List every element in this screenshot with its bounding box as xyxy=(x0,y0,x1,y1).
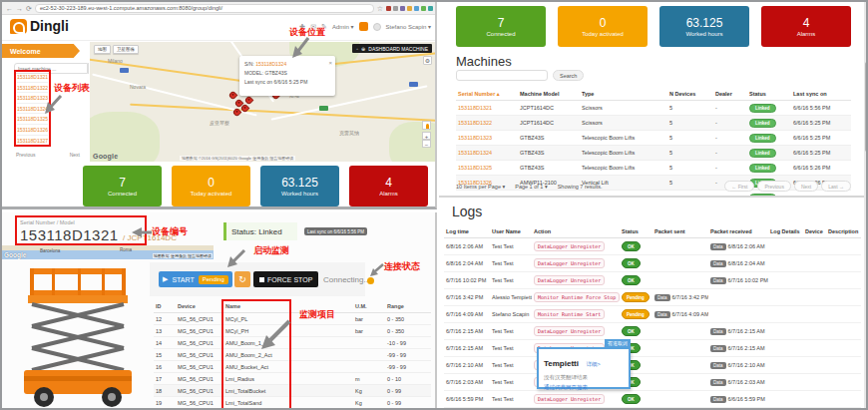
logs-table: Log time User Name Action Status Packet … xyxy=(444,225,861,408)
data-badge[interactable]: Data xyxy=(654,311,670,318)
close-icon[interactable]: × xyxy=(328,58,332,69)
location-map-strip[interactable]: Barcelona Roma Google 地图数据 使用条款 报告地图错误 xyxy=(2,245,214,259)
log-packet-sent-cell xyxy=(652,255,708,272)
zoom-in-button[interactable]: + xyxy=(422,132,431,140)
forward-icon[interactable]: → xyxy=(16,5,23,12)
col-um: U.M. xyxy=(353,300,385,313)
annotation-arrow xyxy=(130,226,154,238)
pegman-icon[interactable] xyxy=(422,121,431,130)
zoom-out-button[interactable]: − xyxy=(422,140,431,148)
stat-value: 4 xyxy=(385,176,392,192)
back-icon[interactable]: ← xyxy=(6,5,13,12)
col-serial-number[interactable]: Serial Number ▴ xyxy=(456,88,518,101)
log-action-badge[interactable]: Monitor Runtime Start xyxy=(534,309,605,319)
data-badge[interactable]: Data xyxy=(710,379,726,386)
map-settings-button[interactable]: ⚙ xyxy=(423,56,432,65)
dingli-logo[interactable]: Dingli xyxy=(10,18,69,34)
page-select[interactable]: Page 1 of 1 ▾ xyxy=(515,184,547,190)
machine-serial-link[interactable]: 153118D1323 xyxy=(456,131,518,146)
map-type-satellite-button[interactable]: 卫星图像 xyxy=(113,45,139,54)
refresh-icon[interactable]: ⟳ xyxy=(26,5,32,12)
machines-map[interactable]: Milano Novara 皮亚琴察 克雷莫纳 洛迪 地图 卫星图像 ◦⊕ DA… xyxy=(90,42,435,162)
log-action-badge[interactable]: Monitor Runtime Force Stop xyxy=(534,292,620,302)
translate-detail-link[interactable]: 详细> xyxy=(586,361,600,367)
col-user-name: User Name xyxy=(490,225,532,238)
popup-sn-value[interactable]: 153118D1324 xyxy=(255,61,286,67)
next-page-button[interactable]: Next xyxy=(794,181,818,192)
col-dealer[interactable]: Dealer xyxy=(713,88,747,101)
device-list-item[interactable]: 153118D1327 xyxy=(17,136,48,147)
panel-machines: 7Connected0Today activated63.125Worked h… xyxy=(439,2,864,198)
log-row: 6/7/16 3:42 PMAlessio TempiettiMonitor R… xyxy=(444,289,861,306)
machine-serial-link[interactable]: 153118D1321 xyxy=(456,101,518,116)
machines-search-input[interactable] xyxy=(456,70,548,81)
log-action-badge[interactable]: DataLogger Unregister xyxy=(534,275,605,285)
extension-icon[interactable] xyxy=(421,6,426,11)
col-last-sync[interactable]: Last sync on xyxy=(791,88,851,101)
start-button[interactable]: ▶ START Pending xyxy=(159,271,232,287)
extension-icon[interactable] xyxy=(407,6,412,11)
machine-status-cell: Linked xyxy=(747,101,791,116)
signal-id-cell: 16 xyxy=(154,361,176,373)
log-action-badge[interactable]: DataLogger Unregister xyxy=(534,326,605,336)
panel-machine-detail: Serial Number / Model 153118D1321 / JCPT… xyxy=(2,212,437,410)
annotation-arrow xyxy=(223,248,247,270)
notification-badge[interactable] xyxy=(359,22,368,31)
stat-value: 4 xyxy=(803,16,810,32)
items-per-page-select[interactable]: 10 Items per Page ▾ xyxy=(456,184,505,190)
data-badge[interactable]: Data xyxy=(654,294,670,301)
data-badge[interactable]: Data xyxy=(710,396,726,403)
data-badge[interactable]: Data xyxy=(710,345,726,352)
machines-search-button[interactable]: Search xyxy=(553,70,584,81)
address-bar[interactable]: ec2-52-30-223-189.eu-west-1.compute.amaz… xyxy=(35,4,374,13)
device-list-item[interactable]: 153118D1321 xyxy=(17,72,48,83)
log-packet-sent-cell: Data6/7/16 3:42 PM xyxy=(652,289,708,306)
log-action-badge[interactable]: DataLogger Unregister xyxy=(534,241,605,251)
machine-dealer-cell: - xyxy=(713,161,747,176)
bookmark-star-icon[interactable]: ☆ xyxy=(377,5,383,12)
map-type-map-button[interactable]: 地图 xyxy=(94,45,111,54)
extension-icon[interactable] xyxy=(414,6,419,11)
device-list-item[interactable]: 153118D1326 xyxy=(17,125,48,136)
map-marker[interactable] xyxy=(228,91,238,101)
stat-value: 7 xyxy=(498,16,505,32)
data-badge[interactable]: Data xyxy=(710,362,726,369)
extension-icon[interactable] xyxy=(400,6,405,11)
refresh-button[interactable]: ↻ xyxy=(234,271,250,287)
data-badge[interactable]: Data xyxy=(710,328,726,335)
data-badge[interactable]: Data xyxy=(710,277,726,284)
linked-badge: Linked xyxy=(749,104,776,113)
col-machine-model[interactable]: Machine Model xyxy=(518,88,580,101)
next-link[interactable]: Next xyxy=(70,152,80,158)
search-button[interactable] xyxy=(88,63,89,74)
extension-icon[interactable] xyxy=(386,6,391,11)
col-type[interactable]: Type xyxy=(580,88,667,101)
last-page-button[interactable]: Last → xyxy=(821,181,851,192)
popup-last-sync: Last sync on 6/6/16 5:25 PM xyxy=(244,78,330,87)
force-stop-button[interactable]: FORCE STOP xyxy=(253,271,318,287)
col-n-devices[interactable]: N Devices xyxy=(667,88,713,101)
machine-lastsync-cell: 6/6/16 5:25 PM xyxy=(791,146,851,161)
data-badge[interactable]: Data xyxy=(710,260,726,267)
data-badge[interactable]: Data xyxy=(710,243,726,250)
user-menu[interactable]: Stefano Scapin ▾ xyxy=(386,23,431,30)
previous-link[interactable]: Previous xyxy=(16,152,35,158)
previous-page-button[interactable]: Previous xyxy=(757,181,790,192)
log-action-badge[interactable]: DataLogger Unregister xyxy=(534,258,605,268)
extension-icon[interactable] xyxy=(393,6,398,11)
log-device-cell xyxy=(803,357,826,374)
admin-menu[interactable]: Admin ▾ xyxy=(332,23,354,30)
machine-serial-link[interactable]: 153118D1325 xyxy=(456,161,518,176)
col-status[interactable]: Status xyxy=(747,88,791,101)
extension-icon[interactable] xyxy=(428,6,433,11)
linked-badge: Linked xyxy=(749,149,776,158)
first-page-button[interactable]: ← First xyxy=(724,181,754,192)
log-action-badge[interactable]: DataLogger Unregister xyxy=(534,394,605,404)
translate-search-link[interactable]: 通过词典网页搜索 xyxy=(544,384,624,391)
machine-serial-link[interactable]: 153118D1324 xyxy=(456,146,518,161)
scrollbar[interactable] xyxy=(864,2,868,410)
dashboard-macchine-bar[interactable]: ◦⊕ DASHBOARD MACCHINE xyxy=(352,44,432,53)
signal-id-cell: 13 xyxy=(154,325,176,337)
machine-serial-link[interactable]: 153118D1322 xyxy=(456,116,518,131)
device-list-item[interactable]: 153118D1322 xyxy=(17,83,48,94)
